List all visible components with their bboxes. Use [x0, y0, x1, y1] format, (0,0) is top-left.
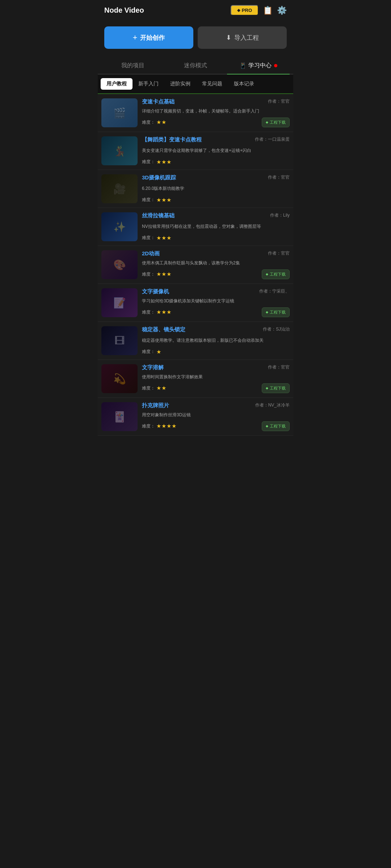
course-thumbnail: 🃏	[101, 402, 138, 431]
course-author: 作者：官官	[268, 98, 290, 105]
course-thumbnail: 🎥	[101, 174, 138, 203]
course-author: 作者：NV_冰冷羊	[255, 402, 290, 408]
notification-dot	[274, 64, 277, 67]
header-actions: PRO 📋 ⚙️	[231, 5, 287, 16]
course-author: 作者：官官	[268, 250, 290, 256]
action-row: 开始创作 导入工程	[98, 19, 293, 58]
course-difficulty: 难度： ★★★	[142, 235, 172, 241]
course-item[interactable]: 📝 文字摄像机 作者：宁采臣、 学习如何给3D摄像机添加关键帧以制作文字运镜 难…	[98, 284, 293, 322]
course-title: 扑克牌照片	[142, 402, 252, 409]
course-author: 作者：官官	[268, 364, 290, 370]
course-list: 🎬 变速卡点基础 作者：官官 详细介绍了视频剪切，变速，补帧，关键帧等。适合新手…	[98, 94, 293, 436]
course-author: 作者：官官	[268, 174, 290, 180]
course-stars: ★★★	[156, 159, 172, 165]
course-thumbnail: 🎬	[101, 98, 138, 127]
course-item[interactable]: 🃏 扑克牌照片 作者：NV_冰冷羊 用空对象制作丝滑3D运镜 难度： ★★★★ …	[98, 398, 293, 436]
course-desc: 详细介绍了视频剪切，变速，补帧，关键帧等。适合新手入门	[142, 108, 290, 114]
course-info: 【舞蹈类】变速卡点教程 作者：一口温泉蛋 美女变速只需学会这期教学就够了，包含变…	[142, 136, 290, 165]
course-info: 3D摄像机跟踪 作者：官官 6.20.0版本新功能教学 难度： ★★★	[142, 174, 290, 203]
download-button[interactable]: 工程下载	[262, 383, 290, 393]
course-info: 2D动画 作者：官官 使用木偶工具制作眨眼与头发飘动，该教学分为2集 难度： ★…	[142, 250, 290, 279]
document-icon-button[interactable]: 📋	[263, 6, 273, 15]
course-info: 稳定器、镜头锁定 作者：SJ汕治 稳定器使用教学。请注意教程版本较旧，新版已不会…	[142, 326, 290, 355]
course-difficulty: 难度： ★★	[142, 385, 167, 391]
course-difficulty: 难度： ★★★	[142, 159, 172, 165]
download-button[interactable]: 工程下载	[262, 421, 290, 431]
course-thumbnail: 💃	[101, 136, 138, 165]
course-author: 作者：Lily	[270, 212, 290, 218]
course-thumbnail: 📝	[101, 288, 138, 317]
course-desc: 稳定器使用教学。请注意教程版本较旧，新版已不会自动添加关	[142, 337, 290, 344]
tab-learn[interactable]: 📱 学习中心	[227, 58, 290, 74]
course-thumbnail: 🎞	[101, 326, 138, 355]
course-stars: ★★	[156, 119, 167, 125]
course-title: 稳定器、镜头锁定	[142, 326, 260, 333]
course-item[interactable]: ✨ 丝滑拉镜基础 作者：Lily NV拉镜常用技巧都在这里，包括震动器，空对象，…	[98, 208, 293, 246]
course-stars: ★★★	[156, 197, 172, 203]
create-button[interactable]: 开始创作	[104, 26, 193, 49]
app-title: Node Video	[104, 6, 144, 14]
download-button[interactable]: 工程下载	[262, 118, 290, 127]
course-difficulty: 难度： ★★★	[142, 271, 172, 277]
course-title: 2D动画	[142, 250, 265, 257]
app-header: Node Video PRO 📋 ⚙️	[98, 0, 293, 19]
course-info: 文字摄像机 作者：宁采臣、 学习如何给3D摄像机添加关键帧以制作文字运镜 难度：…	[142, 288, 290, 317]
course-difficulty: 难度： ★★★	[142, 197, 172, 203]
course-author: 作者：宁采臣、	[259, 288, 290, 294]
course-title: 文字溶解	[142, 364, 265, 371]
course-thumbnail: 💫	[101, 364, 138, 393]
sub-tab-beginner[interactable]: 新手入门	[133, 78, 164, 90]
course-difficulty: 难度： ★★	[142, 119, 167, 125]
download-button[interactable]: 工程下载	[262, 307, 290, 317]
main-tabs: 我的项目 迷你模式 📱 学习中心	[98, 58, 293, 75]
course-thumbnail: 🎨	[101, 250, 138, 279]
pro-badge-button[interactable]: PRO	[231, 5, 258, 16]
course-info: 文字溶解 作者：官官 使用时间置换制作文字溶解效果 难度： ★★ 工程下载	[142, 364, 290, 393]
course-item[interactable]: 💫 文字溶解 作者：官官 使用时间置换制作文字溶解效果 难度： ★★ 工程下载	[98, 360, 293, 398]
course-item[interactable]: 🎨 2D动画 作者：官官 使用木偶工具制作眨眼与头发飘动，该教学分为2集 难度：…	[98, 246, 293, 284]
sub-tab-advanced[interactable]: 进阶实例	[164, 78, 196, 90]
course-item[interactable]: 💃 【舞蹈类】变速卡点教程 作者：一口温泉蛋 美女变速只需学会这期教学就够了，包…	[98, 132, 293, 170]
course-title: 丝滑拉镜基础	[142, 212, 267, 219]
course-title: 3D摄像机跟踪	[142, 174, 265, 181]
sub-tab-user-tutorial[interactable]: 用户教程	[101, 78, 133, 90]
course-desc: 使用时间置换制作文字溶解效果	[142, 374, 290, 380]
course-stars: ★★	[156, 385, 167, 391]
tab-mini-mode[interactable]: 迷你模式	[164, 58, 227, 74]
course-author: 作者：一口温泉蛋	[255, 136, 290, 142]
course-item[interactable]: 🎬 变速卡点基础 作者：官官 详细介绍了视频剪切，变速，补帧，关键帧等。适合新手…	[98, 94, 293, 132]
settings-icon-button[interactable]: ⚙️	[277, 6, 287, 15]
course-difficulty: 难度： ★★★★	[142, 423, 177, 429]
sub-tabs: 用户教程 新手入门 进阶实例 常见问题 版本记录	[98, 75, 293, 94]
course-title: 文字摄像机	[142, 288, 256, 295]
tablet-icon: 📱	[239, 62, 247, 69]
course-difficulty: 难度： ★★★	[142, 309, 172, 315]
course-stars: ★★★	[156, 271, 172, 277]
course-item[interactable]: 🎞 稳定器、镜头锁定 作者：SJ汕治 稳定器使用教学。请注意教程版本较旧，新版已…	[98, 322, 293, 360]
import-button[interactable]: 导入工程	[198, 26, 287, 49]
course-stars: ★	[156, 349, 161, 355]
course-desc: 6.20.0版本新功能教学	[142, 186, 290, 192]
course-item[interactable]: 🎥 3D摄像机跟踪 作者：官官 6.20.0版本新功能教学 难度： ★★★	[98, 170, 293, 208]
course-desc: 美女变速只需学会这期教学就够了，包含变速+运镜+闪白	[142, 148, 290, 154]
course-stars: ★★★	[156, 309, 172, 315]
course-stars: ★★★	[156, 235, 172, 241]
course-desc: 使用木偶工具制作眨眼与头发飘动，该教学分为2集	[142, 260, 290, 266]
course-title: 变速卡点基础	[142, 98, 265, 105]
course-desc: NV拉镜常用技巧都在这里，包括震动器，空对象，调整图层等	[142, 224, 290, 230]
course-info: 扑克牌照片 作者：NV_冰冷羊 用空对象制作丝滑3D运镜 难度： ★★★★ 工程…	[142, 402, 290, 431]
sub-tab-changelog[interactable]: 版本记录	[228, 78, 260, 90]
course-thumbnail: ✨	[101, 212, 138, 241]
course-info: 丝滑拉镜基础 作者：Lily NV拉镜常用技巧都在这里，包括震动器，空对象，调整…	[142, 212, 290, 241]
course-difficulty: 难度： ★	[142, 349, 161, 355]
course-title: 【舞蹈类】变速卡点教程	[142, 136, 252, 143]
course-info: 变速卡点基础 作者：官官 详细介绍了视频剪切，变速，补帧，关键帧等。适合新手入门…	[142, 98, 290, 127]
course-desc: 学习如何给3D摄像机添加关键帧以制作文字运镜	[142, 298, 290, 304]
course-stars: ★★★★	[156, 423, 177, 429]
sub-tab-faq[interactable]: 常见问题	[196, 78, 228, 90]
tab-my-projects[interactable]: 我的项目	[101, 58, 164, 74]
download-button[interactable]: 工程下载	[262, 269, 290, 279]
course-author: 作者：SJ汕治	[263, 326, 290, 332]
course-desc: 用空对象制作丝滑3D运镜	[142, 412, 290, 418]
